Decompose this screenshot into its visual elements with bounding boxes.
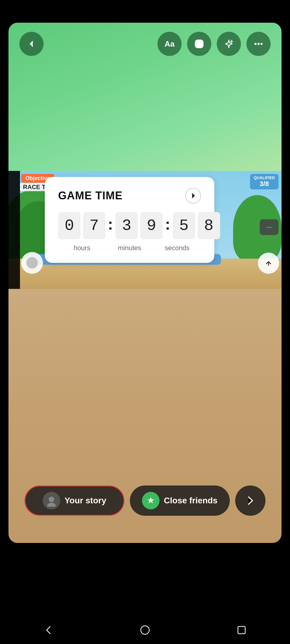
colon-2: : <box>163 215 173 233</box>
nav-recents-button[interactable] <box>236 625 247 636</box>
avatar <box>43 492 60 509</box>
seconds-digits: 5 8 <box>173 212 220 239</box>
svg-point-8 <box>141 626 149 634</box>
your-story-label: Your story <box>64 496 106 505</box>
phone-frame: Aa <box>0 0 290 644</box>
seconds-digit-2: 8 <box>198 212 220 239</box>
sticker-button[interactable] <box>187 32 211 56</box>
svg-point-1 <box>197 42 198 43</box>
label-minutes: minutes <box>106 244 153 252</box>
colon-1: : <box>105 215 115 233</box>
svg-rect-0 <box>195 40 203 48</box>
label-hours: hours <box>58 244 106 252</box>
game-left-strip <box>8 171 20 289</box>
svg-point-3 <box>255 43 257 45</box>
game-time-next-button[interactable] <box>185 188 201 204</box>
seconds-digit-1: 5 <box>173 212 195 239</box>
minutes-digits: 3 9 <box>115 212 163 239</box>
bottom-bar: Your story Close friends <box>8 485 282 516</box>
game-joystick <box>21 252 43 274</box>
label-seconds: seconds <box>153 244 201 252</box>
game-time-header: GAME TIME <box>58 188 201 204</box>
close-friends-label: Close friends <box>164 496 217 505</box>
effects-button[interactable] <box>217 32 241 56</box>
time-labels: hours minutes seconds <box>58 244 201 252</box>
minutes-digit-1: 3 <box>115 212 138 239</box>
qualified-badge: QUALIFIED 3/8 <box>250 174 278 189</box>
next-button[interactable] <box>235 485 265 516</box>
time-display: 0 7 : 3 9 : 5 8 <box>58 212 201 239</box>
text-tool-icon: Aa <box>164 39 174 49</box>
svg-point-2 <box>200 42 201 43</box>
hours-digit-2: 7 <box>83 212 105 239</box>
your-story-button[interactable]: Your story <box>25 485 124 516</box>
back-button[interactable] <box>19 32 44 56</box>
svg-point-6 <box>49 497 54 502</box>
close-friends-button[interactable]: Close friends <box>130 485 230 516</box>
story-editor: Aa <box>8 23 282 543</box>
svg-rect-9 <box>238 626 245 634</box>
game-time-title: GAME TIME <box>58 189 123 202</box>
game-chat-icon: ··· <box>260 219 278 235</box>
svg-point-5 <box>261 43 263 45</box>
nav-home-button[interactable] <box>140 625 150 636</box>
nav-back-button[interactable] <box>43 625 54 636</box>
svg-point-7 <box>47 503 56 507</box>
game-upload-btn <box>258 253 279 274</box>
minutes-digit-2: 9 <box>140 212 163 239</box>
toolbar: Aa <box>8 32 282 56</box>
svg-point-4 <box>258 43 260 45</box>
more-options-button[interactable] <box>246 32 271 56</box>
joystick-inner <box>26 257 38 269</box>
hours-digit-1: 0 <box>58 212 81 239</box>
hours-digits: 0 7 <box>58 212 105 239</box>
game-time-card: GAME TIME 0 7 : 3 9 : <box>45 177 214 263</box>
system-nav <box>0 617 290 644</box>
green-star-icon <box>142 492 160 509</box>
toolbar-right: Aa <box>157 32 271 56</box>
text-tool-button[interactable]: Aa <box>157 32 182 56</box>
